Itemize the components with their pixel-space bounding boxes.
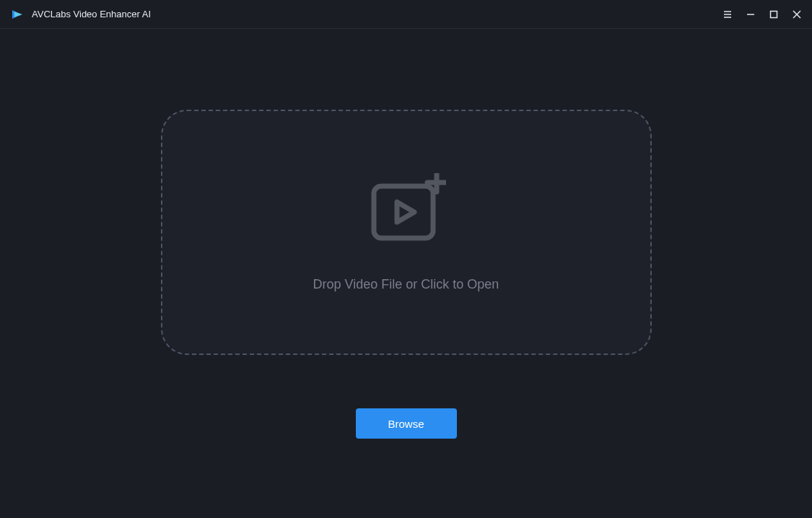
titlebar-controls: [722, 9, 802, 19]
titlebar: AVCLabs Video Enhancer AI: [0, 0, 812, 29]
app-title: AVCLabs Video Enhancer AI: [32, 9, 151, 19]
drop-zone-text: Drop Video File or Click to Open: [313, 277, 499, 292]
svg-rect-7: [374, 186, 433, 238]
maximize-icon[interactable]: [769, 9, 779, 19]
close-icon[interactable]: [792, 9, 802, 19]
svg-rect-4: [771, 11, 777, 17]
main-content: Drop Video File or Click to Open Browse: [0, 29, 812, 518]
menu-icon[interactable]: [722, 9, 733, 19]
video-add-icon: [367, 173, 446, 248]
app-logo-icon: [10, 7, 25, 22]
browse-button[interactable]: Browse: [356, 408, 457, 439]
titlebar-left: AVCLabs Video Enhancer AI: [10, 7, 151, 22]
minimize-icon[interactable]: [746, 9, 756, 19]
drop-zone[interactable]: Drop Video File or Click to Open: [161, 110, 652, 355]
